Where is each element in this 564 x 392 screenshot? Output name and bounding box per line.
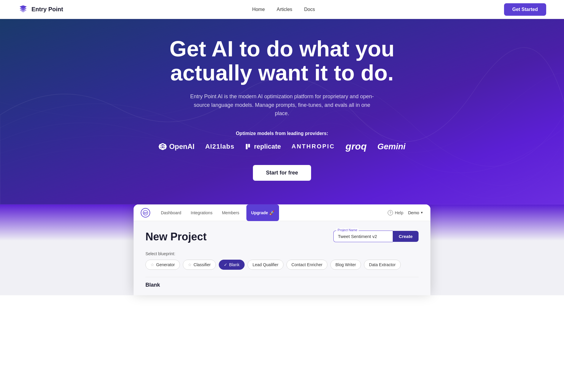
app-nav-right: ? Help Demo ▼ <box>388 210 423 215</box>
nav-docs[interactable]: Docs <box>304 7 315 12</box>
hero-subtitle: Entry Point AI is the modern AI optimiza… <box>190 92 374 118</box>
blueprint-pills: ☆ Generator ☆ Classifier ✓ Blank Lead Qu… <box>145 260 419 270</box>
nav-links: Home Articles Docs <box>252 7 315 12</box>
groq-label: groq <box>346 141 367 152</box>
page-title: New Project <box>145 231 207 243</box>
logo-text: Entry Point <box>31 6 63 13</box>
app-nav-dashboard[interactable]: Dashboard <box>156 204 186 221</box>
demo-dropdown[interactable]: Demo ▼ <box>408 210 423 215</box>
start-free-button[interactable]: Start for free <box>253 165 311 181</box>
main-navbar: Entry Point Home Articles Docs Get Start… <box>0 0 564 19</box>
app-nav-members[interactable]: Members <box>217 204 244 221</box>
project-name-input[interactable] <box>333 231 393 242</box>
providers-section: Optimize models from leading providers: … <box>159 131 405 152</box>
hero-section: Get AI to do what you actually want it t… <box>0 19 564 204</box>
select-blueprint-label: Select blueprint: <box>145 251 419 256</box>
replicate-label: replicate <box>254 143 281 150</box>
gemini-logo: Gemini <box>377 142 405 151</box>
star-icon: ☆ <box>188 262 192 267</box>
ai21-label: AI21labs <box>205 143 235 150</box>
openai-label: OpenAI <box>169 142 194 151</box>
svg-rect-4 <box>248 144 250 147</box>
project-name-field-wrapper: Project Name Create <box>333 231 419 242</box>
create-button[interactable]: Create <box>393 231 419 242</box>
providers-label: Optimize models from leading providers: <box>159 131 405 136</box>
chevron-down-icon: ▼ <box>420 211 423 214</box>
anthropic-label: ANTHROPIC <box>291 143 335 150</box>
app-navbar: EP Dashboard Integrations Members Upgrad… <box>134 204 430 221</box>
openai-logo: OpenAI <box>159 142 194 151</box>
active-blueprint-title: Blank <box>145 282 419 288</box>
help-button[interactable]: ? Help <box>388 210 403 215</box>
app-panel: EP Dashboard Integrations Members Upgrad… <box>134 204 430 295</box>
gemini-label: Gemini <box>377 142 405 151</box>
app-logo-icon[interactable]: EP <box>141 208 150 218</box>
logo-icon <box>18 4 28 15</box>
blueprint-blank[interactable]: ✓ Blank <box>219 260 245 270</box>
upgrade-button[interactable]: Upgrade 🚀 <box>246 204 279 221</box>
nav-articles[interactable]: Articles <box>277 7 292 12</box>
anthropic-logo: ANTHROPIC <box>291 143 335 150</box>
logo[interactable]: Entry Point <box>18 4 63 15</box>
hero-title: Get AI to do what you actually want it t… <box>148 37 416 85</box>
blueprint-generator[interactable]: ☆ Generator <box>145 260 180 270</box>
groq-logo: groq <box>346 141 367 152</box>
get-started-button[interactable]: Get Started <box>504 3 546 16</box>
new-project-header: New Project Project Name Create <box>145 231 419 243</box>
help-circle-icon: ? <box>388 210 393 215</box>
nav-home[interactable]: Home <box>252 7 265 12</box>
replicate-logo: replicate <box>245 143 281 150</box>
project-name-label: Project Name <box>336 228 359 232</box>
app-content: New Project Project Name Create Select b… <box>134 221 430 295</box>
app-panel-wrapper: EP Dashboard Integrations Members Upgrad… <box>0 204 564 295</box>
app-nav-integrations[interactable]: Integrations <box>186 204 217 221</box>
svg-rect-3 <box>246 144 248 149</box>
ai21-logo: AI21labs <box>205 143 235 150</box>
blueprint-contact-enricher[interactable]: Contact Enricher <box>286 260 327 270</box>
check-icon: ✓ <box>224 262 227 267</box>
star-icon: ☆ <box>150 262 154 267</box>
app-nav-links: Dashboard Integrations Members Upgrade 🚀 <box>156 204 388 221</box>
project-name-row: Create <box>333 231 419 242</box>
blueprint-desc-section: Blank <box>145 277 419 288</box>
blueprint-data-extractor[interactable]: Data Extractor <box>364 260 400 270</box>
blueprint-blog-writer[interactable]: Blog Writer <box>330 260 361 270</box>
project-name-group: Project Name Create <box>333 231 419 242</box>
svg-marker-2 <box>20 9 27 12</box>
providers-logos: OpenAI AI21labs replicate ANTHROPIC groq <box>159 141 405 152</box>
blueprint-lead-qualifier[interactable]: Lead Qualifier <box>248 260 283 270</box>
svg-text:EP: EP <box>144 212 147 215</box>
blueprint-classifier[interactable]: ☆ Classifier <box>183 260 216 270</box>
